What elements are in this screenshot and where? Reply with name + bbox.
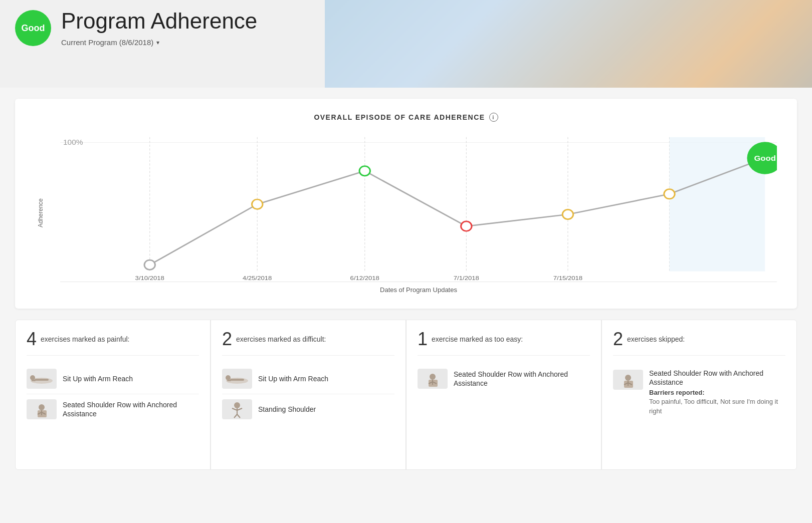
exercise-name: Seated Shoulder Row with Anchored Assist…: [454, 370, 590, 388]
too-easy-card-header: 1 exercise marked as too easy:: [418, 330, 590, 356]
x-axis-label: Dates of Program Updates: [60, 286, 777, 294]
barriers-label: Barriers reported:: [649, 389, 785, 396]
chart-title: OVERALL EPISODE OF CARE ADHERENCE i: [35, 113, 777, 122]
svg-point-10: [144, 260, 155, 270]
exercise-name: Standing Shoulder: [258, 405, 316, 414]
exercise-thumbnail: [27, 399, 57, 419]
page-title: Program Adherence: [61, 9, 257, 33]
exercise-item: Seated Shoulder Row with Anchored Assist…: [27, 394, 199, 424]
svg-text:6/12/2018: 6/12/2018: [350, 275, 379, 281]
svg-point-44: [430, 374, 436, 380]
info-icon[interactable]: i: [489, 113, 498, 122]
exercise-name: Sit Up with Arm Reach: [63, 374, 133, 383]
cards-section: 4 exercises marked as painful: Sit Up wi…: [15, 320, 797, 470]
difficult-count: 2: [222, 330, 232, 348]
program-selector[interactable]: Current Program (8/6/2018) ▾: [61, 38, 257, 47]
good-badge: Good: [15, 10, 51, 46]
chevron-down-icon: ▾: [156, 39, 159, 46]
difficult-exercises-list: Sit Up with Arm Reach Standing Shoulder: [222, 364, 394, 424]
too-easy-exercises-list: Seated Shoulder Row with Anchored Assist…: [418, 364, 590, 394]
exercise-thumbnail: [613, 370, 643, 390]
too-easy-label: exercise marked as too easy:: [432, 335, 523, 344]
svg-point-37: [234, 402, 240, 408]
svg-point-34: [226, 375, 231, 380]
y-axis-label: Adherence: [37, 198, 44, 227]
skipped-card: 2 exercises skipped: Seated Shoulder Row…: [601, 320, 797, 470]
header: Good Program Adherence Current Program (…: [0, 0, 812, 88]
svg-rect-36: [227, 380, 231, 381]
chart-title-text: OVERALL EPISODE OF CARE ADHERENCE: [314, 113, 485, 121]
barriers-text: Too painful, Too difficult, Not sure I'm…: [649, 397, 785, 415]
skipped-count: 2: [613, 330, 623, 348]
svg-rect-35: [230, 379, 244, 381]
svg-line-42: [237, 414, 240, 418]
program-label: Current Program (8/6/2018): [61, 38, 153, 47]
exercise-thumbnail: [27, 369, 57, 389]
svg-text:7/15/2018: 7/15/2018: [553, 275, 582, 281]
exercise-name: Sit Up with Arm Reach: [258, 374, 328, 383]
svg-point-25: [30, 375, 35, 380]
svg-text:7/1/2018: 7/1/2018: [454, 275, 479, 281]
svg-text:3/10/2018: 3/10/2018: [135, 275, 164, 281]
svg-point-12: [359, 166, 370, 176]
exercise-item: Sit Up with Arm Reach: [27, 364, 199, 394]
painful-label: exercises marked as painful:: [41, 335, 129, 344]
exercise-name: Seated Shoulder Row with Anchored Assist…: [63, 400, 199, 418]
painful-count: 4: [27, 330, 37, 348]
chart-section: OVERALL EPISODE OF CARE ADHERENCE i Adhe…: [15, 99, 797, 309]
svg-point-29: [39, 404, 45, 410]
difficult-label: exercises marked as difficult:: [236, 335, 326, 344]
svg-rect-27: [32, 380, 36, 381]
svg-line-40: [237, 408, 242, 410]
painful-card-header: 4 exercises marked as painful:: [27, 330, 199, 356]
svg-text:100%: 100%: [63, 138, 83, 146]
svg-point-13: [461, 221, 472, 231]
svg-point-11: [252, 199, 263, 209]
svg-rect-26: [35, 379, 49, 381]
too-easy-count: 1: [418, 330, 428, 348]
too-easy-card: 1 exercise marked as too easy: Seated Sh…: [406, 320, 601, 470]
exercise-thumbnail: [418, 369, 448, 389]
difficult-card: 2 exercises marked as difficult: Sit Up …: [211, 320, 406, 470]
chart-area: 100%: [60, 132, 777, 282]
exercise-thumbnail: [222, 399, 252, 419]
skipped-card-header: 2 exercises skipped:: [613, 330, 785, 356]
svg-line-39: [232, 408, 237, 410]
skipped-exercises-list: Seated Shoulder Row with Anchored Assist…: [613, 364, 785, 421]
exercise-name: Seated Shoulder Row with Anchored Assist…: [649, 369, 785, 387]
difficult-card-header: 2 exercises marked as difficult:: [222, 330, 394, 356]
svg-point-49: [625, 375, 631, 381]
exercise-item: Standing Shoulder: [222, 394, 394, 424]
exercise-item: Seated Shoulder Row with Anchored Assist…: [613, 364, 785, 421]
svg-line-41: [234, 414, 237, 418]
svg-point-14: [562, 209, 573, 219]
exercise-item: Seated Shoulder Row with Anchored Assist…: [418, 364, 590, 394]
painful-exercises-list[interactable]: Sit Up with Arm Reach Seated Shoulder Ro…: [27, 364, 199, 424]
exercise-thumbnail: [222, 369, 252, 389]
skipped-label: exercises skipped:: [627, 335, 685, 344]
svg-text:Good: Good: [754, 154, 776, 162]
svg-text:4/25/2018: 4/25/2018: [243, 275, 272, 281]
chart-svg: 100%: [60, 132, 777, 282]
painful-card: 4 exercises marked as painful: Sit Up wi…: [15, 320, 211, 470]
exercise-item: Sit Up with Arm Reach: [222, 364, 394, 394]
svg-point-15: [664, 189, 675, 199]
